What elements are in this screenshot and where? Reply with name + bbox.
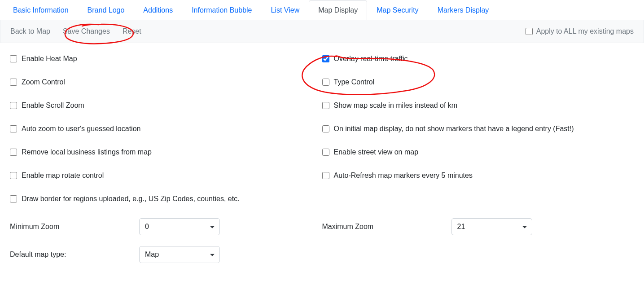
tab-information-bubble[interactable]: Information Bubble (182, 0, 261, 20)
minimum-zoom-select[interactable]: 0 (139, 218, 220, 235)
default-map-type-select[interactable]: Map (139, 246, 220, 263)
map-display-form: Enable Heat Map Overlay real-time traffi… (0, 43, 644, 283)
type-control-label[interactable]: Type Control (334, 78, 375, 86)
reset-link[interactable]: Reset (123, 27, 141, 35)
enable-scroll-zoom-label[interactable]: Enable Scroll Zoom (22, 101, 84, 110)
tab-basic-information[interactable]: Basic Information (4, 0, 78, 20)
enable-street-view-checkbox[interactable] (322, 149, 329, 156)
maximum-zoom-select[interactable]: 21 (451, 218, 532, 235)
map-scale-miles-checkbox[interactable] (322, 102, 329, 109)
minimum-zoom-label: Minimum Zoom (10, 223, 139, 231)
overlay-traffic-checkbox[interactable] (322, 55, 329, 62)
overlay-traffic-label[interactable]: Overlay real-time traffic (334, 55, 408, 63)
tab-list-view[interactable]: List View (261, 0, 309, 20)
zoom-control-checkbox[interactable] (10, 79, 17, 86)
type-control-checkbox[interactable] (322, 79, 329, 86)
auto-zoom-location-label[interactable]: Auto zoom to user's guessed location (22, 125, 140, 133)
remove-business-listings-label[interactable]: Remove local business listings from map (22, 148, 152, 156)
zoom-control-label[interactable]: Zoom Control (22, 78, 65, 86)
auto-refresh-markers-checkbox[interactable] (322, 172, 329, 179)
enable-scroll-zoom-checkbox[interactable] (10, 102, 17, 109)
tab-map-display[interactable]: Map Display (309, 0, 367, 20)
auto-refresh-markers-label[interactable]: Auto-Refresh map markers every 5 minutes (334, 172, 473, 180)
apply-all-checkbox[interactable] (526, 28, 533, 35)
enable-street-view-label[interactable]: Enable street view on map (334, 148, 419, 156)
settings-tabs: Basic Information Brand Logo Additions I… (0, 0, 644, 20)
map-scale-miles-label[interactable]: Show map scale in miles instead of km (334, 101, 458, 110)
tab-additions[interactable]: Additions (134, 0, 182, 20)
enable-heat-map-label[interactable]: Enable Heat Map (22, 55, 77, 63)
hide-legend-markers-checkbox[interactable] (322, 125, 329, 132)
save-changes-link[interactable]: Save Changes (63, 27, 110, 35)
enable-heat-map-checkbox[interactable] (10, 55, 17, 62)
action-bar: Back to Map Save Changes Reset Apply to … (0, 20, 644, 43)
remove-business-listings-checkbox[interactable] (10, 149, 17, 156)
tab-markers-display[interactable]: Markers Display (428, 0, 499, 20)
auto-zoom-location-checkbox[interactable] (10, 125, 17, 132)
apply-all-label[interactable]: Apply to ALL my existing maps (536, 27, 634, 35)
draw-region-border-checkbox[interactable] (10, 195, 17, 202)
maximum-zoom-label: Maximum Zoom (322, 223, 451, 231)
default-map-type-label: Default map type: (10, 251, 139, 259)
tab-brand-logo[interactable]: Brand Logo (78, 0, 134, 20)
enable-rotate-control-checkbox[interactable] (10, 172, 17, 179)
hide-legend-markers-label[interactable]: On initial map display, do not show mark… (334, 125, 574, 133)
draw-region-border-label[interactable]: Draw border for regions uploaded, e.g., … (22, 195, 240, 203)
enable-rotate-control-label[interactable]: Enable map rotate control (22, 172, 104, 180)
tab-map-security[interactable]: Map Security (367, 0, 428, 20)
back-to-map-link[interactable]: Back to Map (10, 27, 50, 35)
